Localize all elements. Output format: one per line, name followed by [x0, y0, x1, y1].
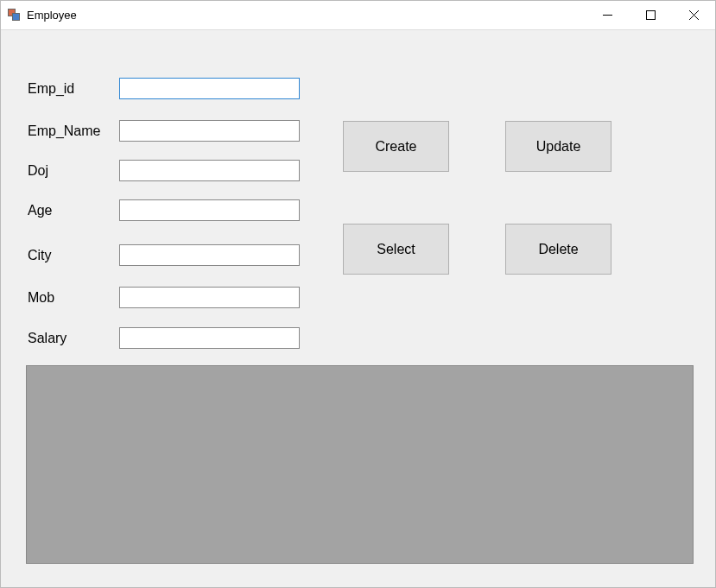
city-label: City [28, 248, 52, 263]
employee-window: Employee Emp_id Emp_Name Doj Age City Mo… [0, 0, 716, 588]
close-icon [689, 10, 699, 20]
salary-label: Salary [28, 331, 67, 346]
age-label: Age [28, 203, 52, 218]
create-button[interactable]: Create [343, 121, 449, 172]
emp-name-input[interactable] [119, 120, 300, 142]
emp-id-label: Emp_id [28, 81, 74, 97]
delete-button[interactable]: Delete [505, 224, 611, 275]
salary-input[interactable] [119, 327, 300, 349]
maximize-button[interactable] [629, 1, 672, 29]
app-icon [8, 9, 22, 22]
city-input[interactable] [119, 244, 300, 266]
data-grid[interactable] [26, 365, 694, 564]
mob-input[interactable] [119, 287, 300, 308]
minimize-icon [603, 10, 612, 20]
maximize-icon [646, 10, 656, 20]
svg-rect-1 [646, 11, 655, 20]
client-area: Emp_id Emp_Name Doj Age City Mob Salary … [1, 30, 715, 587]
doj-input[interactable] [119, 160, 300, 181]
doj-label: Doj [28, 163, 48, 179]
close-button[interactable] [672, 1, 715, 29]
minimize-button[interactable] [586, 1, 629, 29]
mob-label: Mob [28, 290, 54, 306]
emp-id-input[interactable] [119, 78, 300, 99]
window-title: Employee [27, 9, 77, 22]
titlebar[interactable]: Employee [1, 1, 715, 30]
age-input[interactable] [119, 199, 300, 221]
emp-name-label: Emp_Name [28, 123, 100, 139]
update-button[interactable]: Update [505, 121, 611, 172]
select-button[interactable]: Select [343, 224, 449, 275]
window-controls [586, 1, 715, 29]
